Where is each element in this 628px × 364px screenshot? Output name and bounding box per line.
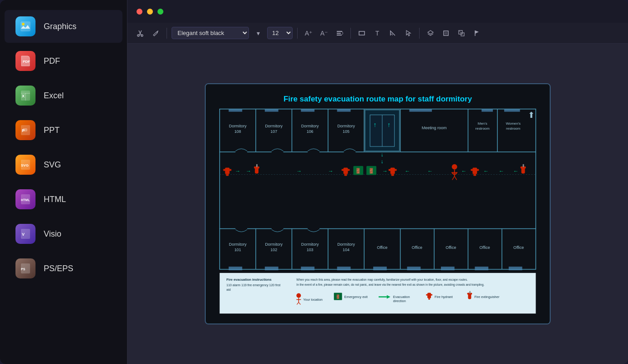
svg-rect-171: [428, 298, 430, 299]
svg-rect-136: [301, 267, 314, 270]
svg-point-1: [22, 23, 25, 25]
sidebar-item-ppt[interactable]: P PPT: [5, 114, 122, 147]
sidebar-label-html: HTML: [44, 195, 66, 204]
sidebar-item-pdf[interactable]: PDF PDF: [5, 45, 122, 77]
svg-text:Office: Office: [446, 245, 456, 250]
maximize-button[interactable]: [157, 9, 163, 15]
svg-rect-24: [359, 31, 365, 35]
svg-rect-134: [228, 267, 242, 270]
svg-text:←: ←: [461, 168, 467, 175]
divider-4: [419, 28, 420, 39]
pdf-icon: PDF: [15, 51, 35, 71]
svg-text:X: X: [22, 94, 25, 98]
svg-text:aid: aid: [227, 288, 231, 291]
svg-text:←: ←: [483, 168, 489, 175]
sidebar-item-pseps[interactable]: PS PS/EPS: [5, 252, 122, 285]
title-bar: [127, 0, 628, 23]
svg-text:←: ←: [499, 168, 504, 175]
svg-rect-137: [337, 267, 351, 270]
svg-point-156: [296, 293, 301, 298]
svg-text:PDF: PDF: [23, 60, 30, 64]
sidebar-item-graphics[interactable]: Graphics: [5, 10, 122, 43]
svg-rect-42: [272, 151, 284, 153]
close-button[interactable]: [137, 9, 142, 15]
svg-rect-135: [265, 267, 279, 270]
svg-text:110 alarm 119 fire emergency 1: 110 alarm 119 fire emergency 120 first: [227, 283, 281, 287]
cut-button[interactable]: [134, 27, 147, 40]
svg-text:Evacuation: Evacuation: [393, 295, 410, 299]
svg-text:Dormitory: Dormitory: [301, 242, 319, 247]
svg-rect-144: [265, 109, 279, 112]
html-icon: HTML: [15, 189, 35, 209]
svg-rect-82: [342, 169, 350, 171]
svg-text:Women's: Women's: [506, 121, 521, 126]
visio-icon: V: [15, 224, 35, 244]
svg-rect-170: [426, 294, 432, 295]
crop-button[interactable]: [440, 27, 452, 40]
sidebar-item-html[interactable]: HTML HTML: [5, 183, 122, 216]
text-button[interactable]: T: [371, 27, 384, 40]
align-button[interactable]: [333, 27, 346, 40]
sidebar-label-pdf: PDF: [44, 56, 60, 66]
svg-text:→: →: [382, 168, 388, 175]
svg-rect-78: [256, 164, 258, 167]
svg-rect-141: [475, 267, 488, 270]
sidebar-label-pseps: PS/EPS: [44, 264, 73, 273]
ppt-icon: P: [15, 120, 35, 140]
divider-3: [350, 28, 351, 39]
sidebar-item-svg[interactable]: SVG SVG: [5, 148, 122, 181]
svg-rect-83: [344, 174, 347, 176]
graphics-icon: [15, 16, 35, 36]
svg-text:Office: Office: [513, 245, 524, 250]
resize-button[interactable]: [455, 27, 468, 40]
flag-button[interactable]: [471, 27, 483, 40]
canvas-area[interactable]: Fire safety evacuation route map for sta…: [127, 44, 628, 364]
svg-text:Office: Office: [377, 245, 387, 250]
svg-rect-142: [509, 267, 522, 270]
rectangle-button[interactable]: [355, 27, 368, 40]
svg-rect-91: [391, 174, 394, 176]
svg-text:restroom: restroom: [506, 126, 521, 131]
svg-rect-143: [228, 109, 242, 112]
svg-text:←: ←: [513, 168, 519, 175]
svg-text:🚪: 🚪: [368, 167, 375, 174]
svg-text:105: 105: [343, 129, 349, 134]
angle-button[interactable]: [386, 27, 399, 40]
svg-rect-139: [407, 267, 421, 270]
svg-rect-145: [301, 109, 314, 112]
app-container: Graphics PDF PDF X Excel: [0, 0, 628, 364]
font-selector[interactable]: Elegant soft black: [172, 27, 249, 39]
sidebar-label-ppt: PPT: [44, 126, 60, 135]
svg-text:direction: direction: [393, 299, 406, 303]
svg-point-19: [137, 35, 139, 36]
font-dropdown-btn[interactable]: ▾: [252, 27, 264, 40]
font-increase-button[interactable]: A⁺: [302, 27, 315, 40]
svg-rect-21: [337, 31, 342, 32]
svg-text:Fire hydrant: Fire hydrant: [435, 295, 453, 299]
main-content: Elegant soft black ▾ 12 10 14 16 A⁺ A⁻: [127, 0, 628, 364]
svg-point-94: [452, 164, 457, 170]
sidebar: Graphics PDF PDF X Excel: [0, 0, 127, 364]
excel-icon: X: [15, 86, 35, 106]
sidebar-label-visio: Visio: [44, 229, 61, 239]
svg-text:Dormitory: Dormitory: [229, 242, 247, 247]
layers-button[interactable]: [424, 27, 437, 40]
sidebar-item-visio[interactable]: V Visio: [5, 217, 122, 250]
svg-rect-22: [337, 33, 341, 34]
svg-icon: SVG: [15, 155, 35, 175]
svg-rect-43: [308, 151, 319, 153]
svg-text:SVG: SVG: [21, 163, 29, 167]
svg-text:Fire extinguisher: Fire extinguisher: [474, 295, 500, 299]
size-selector[interactable]: 12 10 14 16: [267, 27, 293, 39]
pointer-button[interactable]: [402, 27, 415, 40]
svg-rect-146: [337, 109, 351, 112]
svg-text:→: →: [235, 168, 240, 175]
font-decrease-button[interactable]: A⁻: [318, 27, 330, 40]
sidebar-item-excel[interactable]: X Excel: [5, 79, 122, 112]
svg-text:V: V: [22, 232, 25, 237]
svg-rect-148: [481, 109, 493, 112]
minimize-button[interactable]: [147, 9, 153, 15]
svg-text:Meeting room: Meeting room: [422, 126, 447, 130]
svg-text:Dormitory: Dormitory: [301, 124, 319, 128]
paint-button[interactable]: [149, 27, 162, 40]
